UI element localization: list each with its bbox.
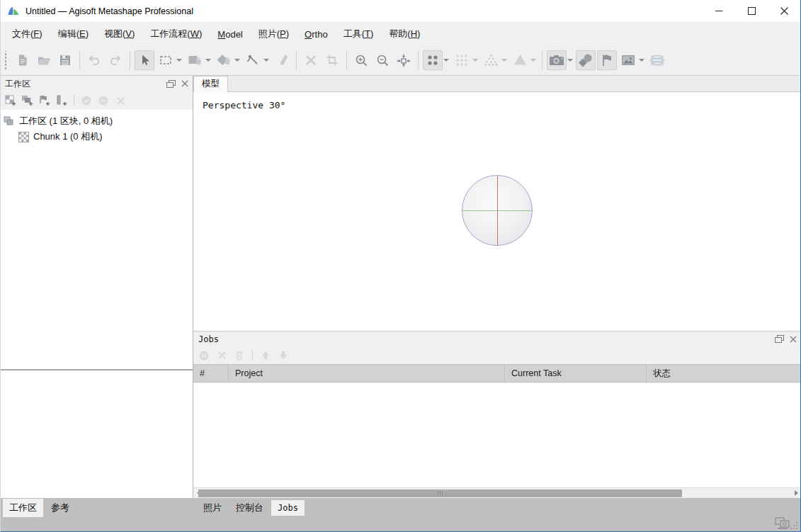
open-project-button[interactable] bbox=[34, 50, 54, 70]
model-view[interactable]: Perspective 30° Y Z X bbox=[193, 92, 801, 331]
add-marker-icon bbox=[38, 95, 51, 107]
menu-model[interactable]: Model bbox=[210, 25, 250, 44]
rotate-region-button[interactable] bbox=[185, 50, 205, 70]
point-cloud-dropdown-caret[interactable] bbox=[443, 59, 449, 62]
arrow-up-icon bbox=[261, 350, 271, 361]
add-scalebar-button[interactable] bbox=[54, 93, 69, 108]
workspace-panel-title: 工作区 bbox=[5, 78, 30, 90]
rotate-region-dropdown-caret[interactable] bbox=[205, 59, 211, 62]
delete-button bbox=[301, 50, 321, 70]
window-resize-grip[interactable] bbox=[789, 521, 798, 530]
remove-item-button bbox=[113, 93, 128, 108]
status-bar-icon bbox=[775, 517, 790, 530]
toolbar-separator bbox=[346, 51, 347, 69]
show-shapes-button[interactable] bbox=[576, 50, 596, 70]
tab-model[interactable]: 模型 bbox=[193, 76, 228, 92]
cursor-arrow-icon bbox=[137, 53, 152, 67]
selection-arrow-button[interactable] bbox=[135, 50, 154, 70]
minimize-button[interactable] bbox=[703, 0, 735, 22]
pause-job-icon bbox=[198, 350, 210, 361]
menu-file[interactable]: 文件(F) bbox=[4, 23, 50, 45]
move-region-icon bbox=[216, 53, 232, 67]
images-dropdown-caret[interactable] bbox=[639, 59, 644, 62]
cameras-dropdown-caret[interactable] bbox=[567, 59, 573, 62]
close-button[interactable] bbox=[768, 0, 800, 22]
move-region-dropdown-caret[interactable] bbox=[234, 59, 240, 62]
menu-tools[interactable]: 工具(T) bbox=[336, 23, 382, 45]
show-markers-button[interactable] bbox=[597, 50, 617, 70]
workspace-lower-pane bbox=[1, 370, 193, 498]
undo-icon bbox=[87, 53, 101, 67]
zoom-in-icon bbox=[354, 53, 369, 68]
reset-view-button[interactable] bbox=[394, 50, 414, 70]
show-images-button[interactable] bbox=[618, 50, 638, 70]
move-region-button[interactable] bbox=[214, 50, 234, 70]
cancel-job-button bbox=[214, 348, 229, 363]
trash-icon bbox=[234, 350, 245, 361]
tree-item-chunk[interactable]: Chunk 1 (0 相机) bbox=[1, 129, 193, 145]
region-sphere[interactable] bbox=[462, 175, 533, 246]
zoom-out-icon bbox=[375, 53, 390, 68]
menu-workflow[interactable]: 工作流程(W) bbox=[142, 23, 210, 45]
crop-button bbox=[322, 50, 342, 70]
show-cameras-button[interactable] bbox=[547, 50, 567, 70]
tab-workspace[interactable]: 工作区 bbox=[3, 499, 43, 517]
title-bar: Untitled — Agisoft Metashape Professiona… bbox=[1, 0, 800, 23]
ruler-dropdown-caret[interactable] bbox=[263, 59, 269, 62]
toolbar-drag-handle[interactable] bbox=[4, 51, 9, 69]
column-header-number[interactable]: # bbox=[193, 365, 229, 382]
scrollbar-thumb[interactable] bbox=[198, 489, 682, 497]
menu-help[interactable]: 帮助(H) bbox=[381, 23, 428, 45]
delete-x-icon bbox=[304, 53, 318, 67]
scroll-right-arrow[interactable] bbox=[791, 488, 801, 499]
column-header-current-task[interactable]: Current Task bbox=[505, 365, 647, 382]
rectangle-selection-icon bbox=[159, 53, 173, 67]
cancel-job-x-icon bbox=[217, 350, 227, 361]
remove-x-icon bbox=[115, 96, 126, 106]
selection-dropdown-caret[interactable] bbox=[176, 59, 182, 62]
column-header-status[interactable]: 状态 bbox=[647, 365, 801, 382]
eraser-button bbox=[272, 50, 292, 70]
add-photos-button[interactable] bbox=[20, 93, 35, 108]
rectangle-selection-button[interactable] bbox=[156, 50, 176, 70]
add-chunk-icon bbox=[5, 95, 17, 107]
show-point-cloud-button[interactable] bbox=[423, 50, 443, 70]
save-project-button[interactable] bbox=[55, 50, 75, 70]
crop-icon bbox=[325, 53, 339, 67]
column-header-project[interactable]: Project bbox=[229, 365, 505, 382]
toolbar-separator bbox=[130, 51, 130, 69]
jobs-float-button[interactable] bbox=[775, 335, 784, 343]
tab-reference[interactable]: 参考 bbox=[45, 499, 76, 517]
show-mesh-button bbox=[510, 50, 530, 70]
tree-item-workspace-root[interactable]: 工作区 (1 区块, 0 相机) bbox=[1, 113, 193, 129]
zoom-in-button[interactable] bbox=[351, 50, 371, 70]
dense-cloud-icon bbox=[484, 53, 499, 67]
add-chunk-button[interactable] bbox=[3, 93, 18, 108]
add-marker-button[interactable] bbox=[37, 93, 52, 108]
tab-console[interactable]: 控制台 bbox=[229, 499, 270, 517]
redo-button bbox=[106, 50, 125, 70]
ruler-button[interactable] bbox=[243, 50, 263, 70]
workspace-tree: 工作区 (1 区块, 0 相机) Chunk 1 (0 相机) bbox=[1, 110, 193, 369]
sphere-horizontal-axis bbox=[462, 210, 532, 211]
zoom-out-button[interactable] bbox=[373, 50, 392, 70]
tab-photos[interactable]: 照片 bbox=[197, 499, 228, 517]
maximize-button[interactable] bbox=[735, 0, 768, 22]
workspace-close-button[interactable] bbox=[181, 80, 188, 87]
tab-jobs[interactable]: Jobs bbox=[271, 500, 305, 516]
workspace-toolbar-separator bbox=[74, 95, 74, 106]
new-project-button[interactable] bbox=[13, 50, 33, 70]
add-photos-icon bbox=[21, 95, 34, 107]
menu-photo[interactable]: 照片(P) bbox=[251, 23, 297, 45]
menu-view[interactable]: 视图(V) bbox=[96, 23, 142, 45]
perspective-overlay: Perspective 30° bbox=[203, 100, 285, 111]
jobs-close-button[interactable] bbox=[790, 336, 797, 343]
ellipsoid-icon bbox=[649, 53, 666, 67]
tree-item-label: 工作区 (1 区块, 0 相机) bbox=[19, 115, 113, 128]
jobs-toolbar-separator bbox=[252, 350, 253, 361]
menu-ortho[interactable]: Ortho bbox=[297, 25, 336, 44]
menu-edit[interactable]: 编辑(E) bbox=[50, 23, 96, 45]
workspace-float-button[interactable] bbox=[166, 80, 176, 88]
jobs-toolbar bbox=[193, 346, 801, 364]
jobs-horizontal-scrollbar[interactable] bbox=[193, 487, 801, 498]
